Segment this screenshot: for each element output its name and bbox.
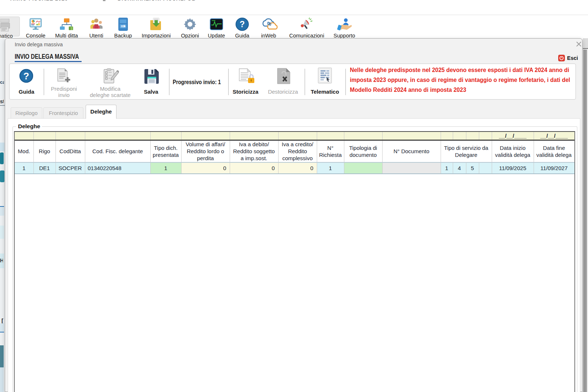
svg-text:?: ? [240,19,245,29]
svg-text:?: ? [24,71,29,82]
